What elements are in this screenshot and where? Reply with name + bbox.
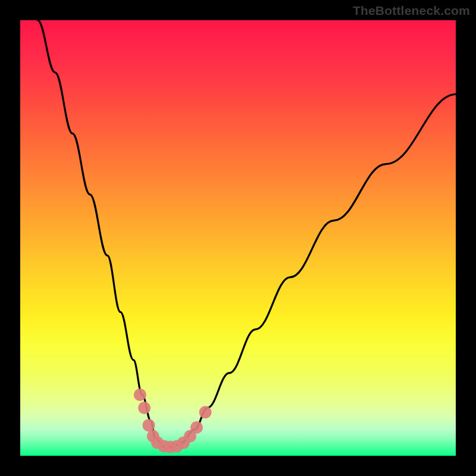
bottleneck-curve: [37, 20, 456, 447]
highlight-marker: [142, 419, 155, 431]
highlight-marker: [199, 406, 212, 418]
curve-layer: [20, 20, 456, 456]
highlight-marker: [190, 421, 203, 434]
plot-area: [20, 20, 456, 456]
highlight-marker: [138, 402, 151, 414]
highlight-marker: [134, 389, 146, 401]
chart-frame: TheBottleneck.com: [0, 0, 476, 476]
watermark-label: TheBottleneck.com: [353, 4, 470, 18]
